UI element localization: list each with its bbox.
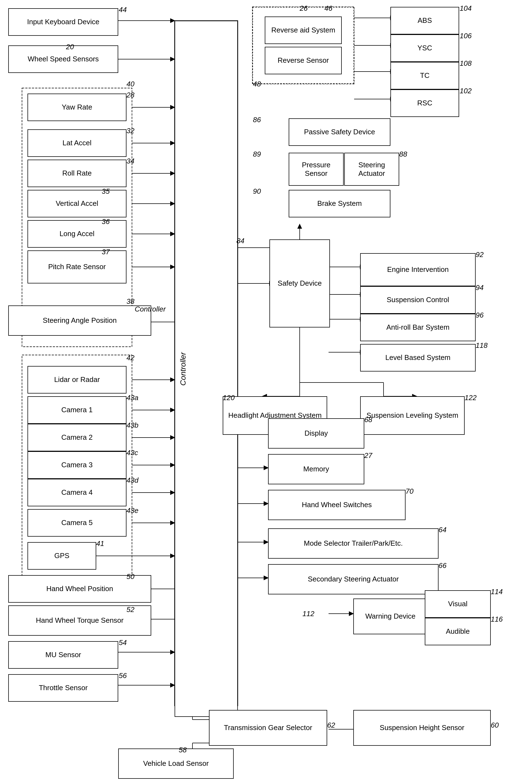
- svg-marker-14: [171, 232, 175, 236]
- svg-marker-21: [171, 378, 175, 382]
- ref-43c: 43c: [126, 449, 138, 457]
- svg-marker-1: [171, 19, 175, 23]
- svg-marker-84: [264, 502, 268, 505]
- audible-box: Audible: [425, 618, 491, 645]
- ref-27: 27: [364, 451, 372, 460]
- ref-58: 58: [179, 746, 187, 754]
- svg-marker-52: [298, 224, 302, 228]
- reverse-aid-inner: Reverse aid System: [265, 17, 342, 44]
- engine-intervention-box: Engine Intervention: [360, 253, 476, 286]
- yaw-rate-box: Yaw Rate: [28, 93, 126, 121]
- svg-marker-88: [264, 576, 268, 580]
- svg-marker-6: [171, 105, 175, 109]
- svg-marker-31: [171, 521, 175, 525]
- safety-device-box: Safety Device: [269, 240, 330, 328]
- camera4-box: Camera 4: [28, 479, 126, 506]
- ref-106: 106: [460, 32, 472, 40]
- visual-box: Visual: [425, 590, 491, 618]
- ref-41: 41: [96, 539, 104, 548]
- svg-marker-90: [349, 612, 353, 616]
- ref-64: 64: [439, 526, 446, 534]
- svg-marker-39: [171, 650, 175, 654]
- steering-angle-box: Steering Angle Position: [8, 305, 151, 336]
- mode-selector-box: Mode Selector Trailer/Park/Etc.: [268, 528, 439, 559]
- ref-112: 112: [302, 610, 314, 618]
- ref-118: 118: [476, 341, 487, 350]
- ref-42: 42: [126, 354, 135, 362]
- ref-84: 84: [236, 237, 244, 245]
- display-box: Display: [268, 418, 364, 449]
- controller-label: Controller: [179, 352, 187, 386]
- svg-marker-12: [171, 202, 175, 205]
- ref-52: 52: [126, 606, 135, 614]
- svg-marker-33: [171, 554, 175, 558]
- pitch-rate-box: Pitch Rate Sensor: [28, 250, 126, 283]
- roll-rate-box: Roll Rate: [28, 160, 126, 187]
- svg-marker-86: [264, 540, 268, 544]
- svg-marker-41: [171, 683, 175, 687]
- ref-90: 90: [253, 187, 261, 196]
- ref-89: 89: [253, 150, 261, 159]
- wheel-speed-box: Wheel Speed Sensors: [8, 46, 118, 73]
- ref-66: 66: [439, 561, 446, 570]
- input-keyboard-box: Input Keyboard Device: [8, 8, 118, 36]
- ref-44: 44: [119, 5, 127, 14]
- suspension-control-box: Suspension Control: [360, 286, 476, 314]
- ref-68: 68: [364, 416, 372, 424]
- ref-70: 70: [406, 487, 414, 496]
- secondary-steering-box: Secondary Steering Actuator: [268, 564, 439, 594]
- reverse-sensor-inner: Reverse Sensor: [265, 47, 342, 74]
- ref-43a: 43a: [126, 393, 138, 402]
- svg-marker-3: [171, 57, 175, 61]
- ref-34: 34: [126, 157, 135, 165]
- ref-20: 20: [66, 43, 74, 51]
- ref-104: 104: [460, 4, 472, 13]
- ref-62: 62: [327, 721, 335, 729]
- ref-88: 88: [399, 150, 407, 159]
- suspension-height-box: Suspension Height Sensor: [353, 710, 491, 746]
- ref-28: 28: [126, 91, 135, 99]
- suspension-leveling-box: Suspension Leveling System: [360, 396, 465, 435]
- passive-safety-box: Passive Safety Device: [289, 118, 390, 146]
- svg-marker-27: [171, 463, 175, 467]
- ref-92: 92: [476, 250, 483, 259]
- reverse-aid-box: Reverse aid System Reverse Sensor: [253, 7, 354, 84]
- vertical-accel-box: Vertical Accel: [28, 190, 126, 217]
- ref-54: 54: [119, 638, 127, 647]
- ref-43e: 43e: [126, 506, 138, 515]
- ref-38: 38: [126, 297, 135, 306]
- ref-43b: 43b: [126, 421, 138, 429]
- ref-114: 114: [491, 588, 503, 596]
- vehicle-load-box: Vehicle Load Sensor: [118, 749, 234, 779]
- tc-box: TC: [390, 62, 459, 89]
- mu-sensor-box: MU Sensor: [8, 641, 118, 669]
- ref-94: 94: [476, 283, 483, 292]
- ref-116: 116: [491, 615, 503, 623]
- long-accel-box: Long Accel: [28, 220, 126, 248]
- transmission-box: Transmission Gear Selector: [209, 710, 327, 746]
- svg-marker-82: [264, 466, 268, 470]
- ref-108: 108: [460, 59, 472, 68]
- pressure-sensor-box: Pressure Sensor: [289, 153, 344, 186]
- ysc-box: YSC: [390, 34, 459, 62]
- ref-50: 50: [126, 572, 135, 581]
- ref-37: 37: [102, 248, 110, 256]
- ref-120: 120: [223, 393, 235, 402]
- camera5-box: Camera 5: [28, 509, 126, 537]
- label-controller: Controller: [135, 305, 166, 313]
- ref-96: 96: [476, 311, 483, 319]
- patent-diagram: Input Keyboard Device 44 Wheel Speed Sen…: [0, 0, 532, 784]
- camera1-box: Camera 1: [28, 396, 126, 424]
- ref-40: 40: [126, 80, 135, 88]
- throttle-box: Throttle Sensor: [8, 674, 118, 702]
- svg-marker-10: [171, 171, 175, 175]
- ref-48: 48: [253, 80, 261, 88]
- ref-36: 36: [102, 217, 110, 226]
- anti-roll-box: Anti-roll Bar System: [360, 314, 476, 341]
- ref-56: 56: [119, 671, 127, 680]
- svg-marker-16: [171, 265, 175, 269]
- ref-102: 102: [460, 87, 472, 95]
- camera3-box: Camera 3: [28, 451, 126, 479]
- svg-marker-23: [171, 408, 175, 412]
- ref-122: 122: [465, 393, 476, 402]
